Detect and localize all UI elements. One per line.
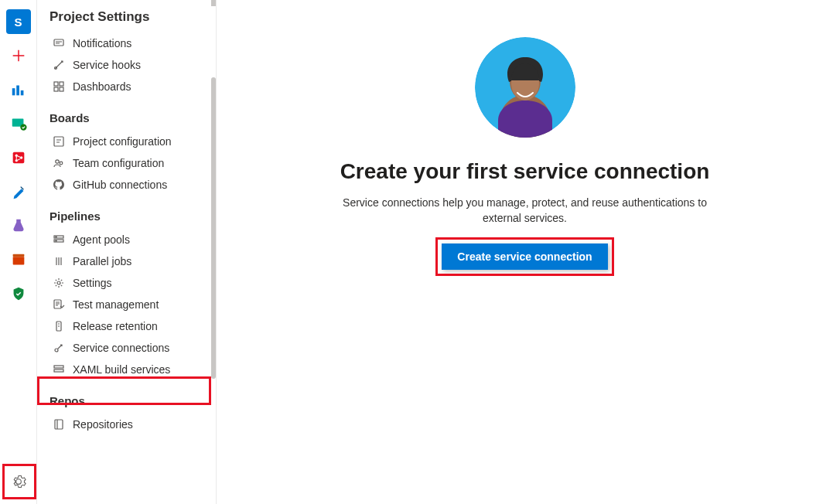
svg-point-27: [55, 349, 58, 352]
nav-label: Parallel jobs: [73, 255, 131, 267]
project-settings-gear-icon[interactable]: [4, 467, 33, 496]
dashboards-icon: [53, 80, 65, 93]
svg-rect-29: [54, 369, 63, 372]
empty-state-description: Service connections help you manage, pro…: [324, 195, 726, 226]
empty-state-avatar: [475, 37, 575, 138]
nav-label: Release retention: [73, 320, 158, 332]
nav-label: Settings: [73, 277, 112, 289]
nav-project-config[interactable]: Project configuration: [37, 131, 216, 152]
svg-rect-30: [55, 420, 63, 429]
create-service-connection-button[interactable]: Create service connection: [442, 243, 607, 270]
svg-point-6: [15, 155, 17, 157]
nav-label: Team configuration: [73, 157, 164, 169]
empty-state-title: Create your first service connection: [340, 159, 710, 184]
test-management-icon: [53, 298, 65, 311]
svg-rect-15: [54, 87, 58, 91]
nav-xaml-build[interactable]: XAML build services: [37, 359, 216, 380]
nav-label: Dashboards: [73, 80, 131, 93]
rail-add-icon[interactable]: [6, 43, 31, 68]
github-icon: [53, 179, 65, 191]
nav-team-config[interactable]: Team configuration: [37, 152, 216, 174]
agent-pools-icon: [53, 233, 65, 246]
nav-notifications[interactable]: Notifications: [37, 32, 216, 54]
svg-point-22: [56, 237, 56, 237]
svg-rect-17: [54, 137, 63, 146]
svg-point-8: [20, 156, 22, 158]
service-connections-icon: [53, 342, 65, 354]
main-content: Create your first service connection Ser…: [217, 0, 833, 504]
nav-label: XAML build services: [73, 363, 170, 376]
nav-repositories[interactable]: Repositories: [37, 414, 216, 435]
sidebar-title: Project Settings: [37, 6, 216, 32]
section-boards: Boards: [37, 97, 216, 131]
rail-repos-icon[interactable]: [6, 145, 31, 170]
svg-rect-0: [12, 88, 15, 95]
nav-pipeline-settings[interactable]: Settings: [37, 272, 216, 294]
notifications-icon: [53, 37, 65, 49]
nav-service-hooks[interactable]: Service hooks: [37, 54, 216, 76]
section-repos: Repos: [37, 380, 216, 414]
nav-label: Project configuration: [73, 135, 172, 148]
nav-parallel-jobs[interactable]: Parallel jobs: [37, 250, 216, 272]
rail-testplans-icon[interactable]: [6, 213, 31, 238]
nav-github-connections[interactable]: GitHub connections: [37, 174, 216, 196]
svg-rect-2: [20, 90, 23, 95]
nav-service-connections[interactable]: Service connections: [37, 337, 216, 359]
svg-rect-9: [12, 257, 24, 264]
svg-rect-28: [54, 366, 63, 368]
nav-release-retention[interactable]: Release retention: [37, 315, 216, 337]
xaml-build-icon: [53, 363, 65, 376]
rail-boards-icon[interactable]: [6, 111, 31, 136]
svg-point-18: [56, 160, 59, 163]
nav-agent-pools[interactable]: Agent pools: [37, 229, 216, 250]
rail-pipelines-icon[interactable]: [6, 179, 31, 204]
svg-rect-13: [54, 82, 58, 86]
repositories-icon: [53, 418, 65, 431]
svg-rect-1: [16, 86, 19, 96]
nav-label: Agent pools: [73, 233, 130, 246]
nav-label: Repositories: [73, 418, 133, 431]
nav-label: Service hooks: [73, 59, 141, 71]
nav-dashboards[interactable]: Dashboards: [37, 76, 216, 97]
nav-test-management[interactable]: Test management: [37, 294, 216, 315]
release-retention-icon: [53, 320, 65, 332]
svg-rect-16: [60, 87, 63, 91]
svg-point-4: [20, 124, 26, 130]
rail-overview-icon[interactable]: [6, 77, 31, 102]
svg-point-23: [56, 240, 56, 241]
rail-project-icon[interactable]: S: [6, 9, 31, 34]
svg-rect-14: [60, 82, 63, 86]
svg-point-24: [57, 281, 60, 284]
nav-label: GitHub connections: [73, 179, 167, 191]
svg-point-7: [15, 159, 17, 162]
rail-artifacts-icon[interactable]: [6, 247, 31, 272]
section-pipelines: Pipelines: [37, 196, 216, 229]
scroll-indicator-top: [211, 0, 216, 6]
rail-compliance-icon[interactable]: [6, 281, 31, 306]
parallel-jobs-icon: [53, 255, 65, 267]
service-hooks-icon: [53, 59, 65, 71]
settings-sidebar: Project Settings Notifications Service h…: [37, 0, 217, 504]
nav-label: Service connections: [73, 342, 169, 354]
scrollbar-thumb[interactable]: [211, 77, 216, 379]
nav-label: Notifications: [73, 37, 131, 49]
nav-label: Test management: [73, 298, 159, 311]
svg-rect-11: [54, 39, 63, 46]
project-config-icon: [53, 135, 65, 148]
team-config-icon: [53, 157, 65, 169]
settings-icon: [53, 277, 65, 289]
nav-rail: S: [0, 0, 37, 504]
svg-rect-10: [12, 254, 24, 257]
svg-point-19: [60, 162, 63, 165]
